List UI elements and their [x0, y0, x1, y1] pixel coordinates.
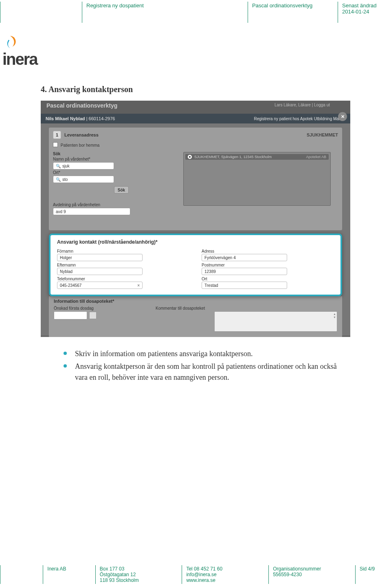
enamn-value: Nyblad	[60, 269, 72, 274]
calendar-icon[interactable]: 7	[89, 312, 97, 319]
bullet-list: Skriv in information om patientens ansva…	[56, 348, 346, 383]
clear-icon[interactable]: ×	[137, 283, 140, 288]
step1-num: 1	[53, 131, 61, 139]
dosdag-input[interactable]	[54, 311, 87, 319]
step1-label: Leveransadress	[64, 132, 99, 137]
ort-value: sto	[62, 177, 68, 182]
tel-label: Telefonnummer	[57, 277, 189, 281]
step1-right: SJUKHEMMET	[307, 132, 338, 137]
name-input[interactable]: 🔍sjuk	[53, 162, 114, 170]
fnamn-label: Förnamn	[57, 249, 189, 253]
tel-value: 045-234567	[60, 283, 81, 288]
info-panel: Information till dosapoteket* Önskad för…	[49, 296, 342, 337]
bullet-item: Skriv in information om patientens ansva…	[72, 348, 346, 359]
adr-value: Fyrklövervägen 4	[204, 255, 236, 260]
footer-spacer	[0, 565, 43, 584]
header-right-date: 2014-01-24	[342, 9, 387, 15]
web: www.inera.se	[186, 577, 264, 583]
radio-selected-icon[interactable]	[188, 155, 192, 159]
kommentar-input[interactable]	[214, 311, 337, 332]
header-right-label: Senast ändrad	[342, 2, 387, 9]
dosdag-label: Önskad första dosdag	[54, 306, 156, 311]
name-value: sjuk	[62, 164, 70, 168]
contact-col-right: Adress Fyrklövervägen 4 Postnummer 12389…	[202, 247, 334, 289]
fnamn-input[interactable]: Holger	[57, 254, 143, 261]
footer-contact: Tel 08 452 71 60 info@inera.se www.inera…	[182, 565, 268, 584]
avd-input[interactable]: avd 9	[53, 208, 130, 215]
contact-col-left: Förnamn Holger Efternamn Nyblad Telefonn…	[57, 247, 189, 289]
cort-value: Trestad	[204, 283, 218, 288]
contact-grid: Förnamn Holger Efternamn Nyblad Telefonn…	[57, 247, 334, 289]
close-button[interactable]: ✕	[338, 112, 347, 121]
app-user: Lars Läkare, Läkare | Logga ut	[275, 103, 330, 107]
org-number: 556559-4230	[273, 572, 351, 577]
content: 4. Ansvarig kontaktperson Pascal ordinat…	[0, 68, 391, 383]
contact-title: Ansvarig kontakt (roll/närstående/anhöri…	[57, 239, 334, 245]
logo-text: inera	[2, 50, 391, 68]
logo: inera	[2, 35, 391, 68]
footer-org: Organisationsnummer 556559-4230	[268, 565, 355, 584]
post-value: 12389	[204, 269, 216, 274]
adr-input[interactable]: Fyrklövervägen 4	[202, 254, 287, 261]
tel-input[interactable]: 045-234567×	[57, 282, 143, 289]
section-title: 4. Ansvarig kontaktperson	[41, 85, 350, 94]
header-spacer	[0, 2, 82, 23]
org-label: Organisationsnummer	[273, 566, 351, 572]
avd-value: avd 9	[56, 209, 66, 214]
result-list: SJUKHEMMET, Sjukvägen 1, 12345 Stockholm…	[183, 152, 331, 206]
result-row[interactable]: SJUKHEMMET, Sjukvägen 1, 12345 Stockholm…	[185, 154, 329, 160]
home-label: Patienten bor hemma	[61, 143, 100, 148]
post-label: Postnummer	[202, 263, 334, 267]
app-top: Pascal ordinationsverktyg Lars Läkare, L…	[41, 101, 350, 114]
header-center: Pascal ordinationsverktyg	[248, 2, 338, 23]
fnamn-value: Holger	[60, 255, 72, 260]
footer-address: Box 177 03 Östgötagatan 12 118 93 Stockh…	[95, 565, 182, 584]
app-screenshot: Pascal ordinationsverktyg Lars Läkare, L…	[41, 101, 350, 337]
app-body: 1 Leveransadress SJUKHEMMET Patienten bo…	[41, 123, 350, 335]
enamn-label: Efternamn	[57, 263, 189, 267]
register-at: Registrera ny patient hos Apotek Utbildn…	[254, 117, 345, 121]
result-name: SJUKHEMMET, Sjukvägen 1, 12345 Stockholm	[194, 155, 272, 159]
step1-panel: 1 Leveransadress SJUKHEMMET Patienten bo…	[49, 128, 342, 230]
header-left: Registrera ny dospatient	[82, 2, 248, 23]
result-apotek: Apoteket AB	[306, 155, 326, 159]
addr2: Östgötagatan 12	[100, 572, 178, 577]
ort-input[interactable]: 🔍sto	[53, 176, 114, 183]
addr1: Box 177 03	[100, 566, 178, 572]
bullet-item: Ansvarig kontaktperson är den som har ko…	[72, 361, 346, 383]
cort-label: Ort	[202, 277, 334, 281]
search-icon: 🔍	[56, 177, 61, 182]
step1-header[interactable]: 1 Leveransadress SJUKHEMMET	[53, 131, 338, 139]
footer-page: Sid 4/9	[355, 565, 391, 584]
contact-panel: Ansvarig kontakt (roll/närstående/anhöri…	[49, 233, 342, 296]
footer-company: Inera AB	[43, 565, 95, 584]
app-title: Pascal ordinationsverktyg	[46, 102, 117, 109]
post-input[interactable]: 12389	[202, 268, 287, 275]
enamn-input[interactable]: Nyblad	[57, 268, 143, 275]
patient-bar: Nils Mikael Nyblad | 660114-2976 Registr…	[41, 114, 350, 123]
addr3: 118 93 Stockholm	[100, 577, 178, 583]
page: Registrera ny dospatient Pascal ordinati…	[0, 0, 391, 588]
adr-label: Adress	[202, 249, 334, 253]
patient-name: Nils Mikael Nyblad	[46, 116, 85, 121]
header-right: Senast ändrad 2014-01-24	[338, 2, 391, 23]
user-name: Lars Läkare, Läkare	[275, 103, 311, 107]
doc-header: Registrera ny dospatient Pascal ordinati…	[0, 0, 391, 23]
cort-input[interactable]: Trestad	[202, 282, 287, 289]
patient-id: 660114-2976	[89, 116, 115, 121]
logout-link[interactable]: Logga ut	[314, 103, 330, 107]
tel: Tel 08 452 71 60	[186, 566, 264, 572]
home-checkbox-row: Patienten bor hemma	[53, 142, 338, 148]
search-icon: 🔍	[56, 164, 61, 168]
info-title: Information till dosapoteket*	[54, 299, 337, 304]
doc-footer: Inera AB Box 177 03 Östgötagatan 12 118 …	[0, 565, 391, 584]
search-button[interactable]: Sök	[114, 186, 129, 194]
home-checkbox[interactable]	[53, 142, 58, 147]
mail: info@inera.se	[186, 572, 264, 577]
kommentar-label: Kommentar till dosapoteket	[156, 306, 337, 311]
logo-flame-icon	[2, 35, 18, 51]
